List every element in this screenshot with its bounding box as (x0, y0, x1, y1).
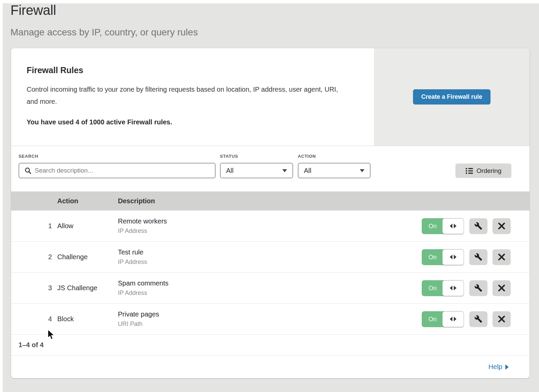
table-row: 1 Allow Remote workers IP Address On (11, 210, 530, 241)
table-row: 4 Block Private pages URI Path On (11, 303, 530, 334)
toggle-on-label: On (422, 222, 443, 230)
ordered-list-icon (466, 168, 473, 174)
close-icon (498, 254, 505, 261)
rule-action: Allow (57, 222, 118, 230)
close-icon (498, 223, 505, 230)
rule-priority: 1 (11, 222, 57, 230)
description-column-header: Description (118, 197, 530, 205)
delete-rule-button[interactable] (493, 218, 511, 234)
help-arrow-icon (505, 364, 509, 370)
search-icon (25, 167, 31, 174)
rule-action: Block (57, 315, 118, 323)
left-right-arrows-icon[interactable] (442, 218, 464, 234)
left-right-arrows-icon[interactable] (442, 280, 464, 296)
search-field-container (19, 163, 216, 178)
help-link-label: Help (488, 363, 502, 371)
pagination-range: 1–4 of 4 (19, 341, 43, 349)
page-title: Firewall (10, 3, 56, 18)
delete-rule-button[interactable] (493, 311, 511, 327)
help-link[interactable]: Help (488, 363, 509, 371)
firewall-rules-card: Firewall Rules Control incoming traffic … (11, 48, 530, 378)
toggle-on-label: On (422, 284, 443, 292)
usage-summary: You have used 4 of 1000 active Firewall … (27, 118, 358, 126)
wrench-icon (474, 222, 482, 230)
rule-enabled-toggle[interactable]: On (422, 218, 464, 234)
rule-action: JS Challenge (57, 284, 118, 292)
help-bar: Help (11, 355, 530, 378)
action-label: ACTION (298, 154, 316, 159)
cta-panel: Create a Firewall rule (374, 48, 530, 146)
intro-section: Firewall Rules Control incoming traffic … (11, 48, 374, 146)
left-right-arrows-icon[interactable] (442, 249, 464, 265)
rule-enabled-toggle[interactable]: On (422, 311, 464, 327)
rule-enabled-toggle[interactable]: On (422, 280, 464, 296)
filters-section: SEARCH STATUS All ACTION All (11, 146, 530, 191)
action-column-header: Action (57, 197, 118, 205)
delete-rule-button[interactable] (493, 280, 511, 296)
section-description: Control incoming traffic to your zone by… (27, 83, 348, 108)
table-row: 3 JS Challenge Spam comments IP Address … (11, 272, 530, 303)
status-selected-value: All (226, 167, 233, 175)
search-input[interactable] (35, 167, 215, 174)
section-heading: Firewall Rules (27, 65, 358, 75)
ordering-button[interactable]: Ordering (455, 163, 511, 178)
chevron-down-icon (282, 169, 287, 172)
card-header-section: Firewall Rules Control incoming traffic … (11, 48, 530, 146)
rule-priority: 3 (11, 284, 57, 292)
rule-action: Challenge (57, 253, 118, 261)
wrench-icon (474, 284, 482, 292)
delete-rule-button[interactable] (493, 249, 511, 265)
action-selected-value: All (304, 167, 311, 175)
firewall-page: Firewall Manage access by IP, country, o… (0, 0, 539, 392)
action-select[interactable]: All (298, 163, 371, 178)
page-subtitle: Manage access by IP, country, or query r… (10, 27, 198, 38)
left-right-arrows-icon[interactable] (442, 311, 464, 327)
wrench-icon (474, 315, 482, 323)
edit-rule-button[interactable] (469, 280, 487, 296)
table-row: 2 Challenge Test rule IP Address On (11, 241, 530, 272)
table-header: Action Description (11, 191, 530, 210)
toggle-on-label: On (422, 253, 443, 261)
chevron-down-icon (360, 169, 364, 172)
rule-controls: On (422, 280, 511, 296)
status-label: STATUS (220, 154, 238, 159)
rule-controls: On (422, 218, 511, 234)
edit-rule-button[interactable] (469, 218, 487, 234)
close-icon (498, 316, 505, 323)
edit-rule-button[interactable] (469, 249, 487, 265)
toggle-on-label: On (422, 315, 443, 323)
close-icon (498, 285, 505, 292)
rule-controls: On (422, 249, 511, 265)
pagination-bar: 1–4 of 4 (11, 334, 530, 355)
ordering-button-label: Ordering (477, 167, 502, 175)
rule-priority: 2 (11, 253, 57, 261)
wrench-icon (474, 253, 482, 261)
status-select[interactable]: All (220, 163, 293, 178)
search-label: SEARCH (19, 154, 38, 159)
rule-enabled-toggle[interactable]: On (422, 249, 464, 265)
rule-controls: On (422, 311, 511, 327)
create-firewall-rule-button[interactable]: Create a Firewall rule (413, 89, 490, 104)
rule-priority: 4 (11, 315, 57, 323)
edit-rule-button[interactable] (469, 311, 487, 327)
